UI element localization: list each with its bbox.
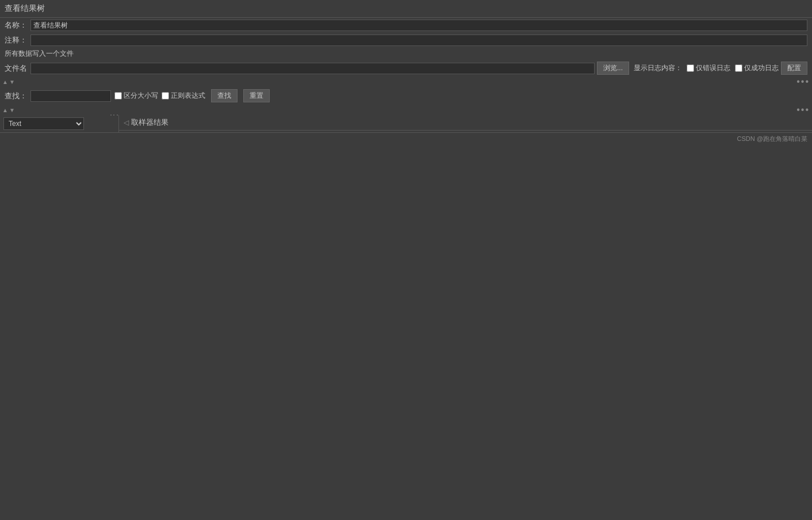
- comment-label: 注释：: [5, 35, 30, 45]
- comment-row: 注释：: [0, 33, 812, 48]
- success-log-checkbox-label[interactable]: 仅成功日志: [735, 63, 779, 73]
- type-select[interactable]: Text XML HTML JSON RegExp Tester: [3, 117, 84, 130]
- filename-label: 文件名: [5, 63, 30, 74]
- case-sensitive-label[interactable]: 区分大小写: [114, 91, 158, 101]
- regex-text: 正则表达式: [171, 91, 205, 101]
- divider-arrows-1[interactable]: ▲ ▼: [2, 79, 15, 85]
- search-label: 查找：: [5, 91, 27, 101]
- file-row: 文件名 浏览... 显示日志内容： 仅错误日志 仅成功日志 配置: [0, 60, 812, 77]
- reset-button[interactable]: 重置: [243, 89, 270, 102]
- divider-arrows-2[interactable]: ▲ ▼: [2, 107, 15, 113]
- right-pane-content: [119, 131, 812, 132]
- regex-checkbox[interactable]: [162, 92, 169, 100]
- sampler-icon: ◁: [124, 118, 129, 127]
- sampler-result-label: 取样器结果: [131, 117, 168, 128]
- dots-menu-1[interactable]: •••: [796, 77, 810, 87]
- right-pane: ◁ 取样器结果: [119, 115, 812, 132]
- search-input[interactable]: [30, 90, 111, 102]
- name-input[interactable]: [30, 20, 807, 31]
- regex-label[interactable]: 正则表达式: [162, 91, 205, 101]
- search-row: 查找： 区分大小写 正则表达式 查找 重置: [0, 87, 812, 105]
- dots-menu-2[interactable]: •••: [796, 105, 810, 115]
- display-log-label: 显示日志内容：: [634, 63, 682, 73]
- title-text: 查看结果树: [5, 3, 45, 13]
- title-bar: 查看结果树: [0, 0, 812, 18]
- config-button[interactable]: 配置: [781, 62, 807, 75]
- comment-input[interactable]: [30, 35, 807, 46]
- all-files-row: 所有数据写入一个文件: [0, 48, 812, 60]
- browse-button[interactable]: 浏览...: [597, 62, 629, 75]
- right-pane-header: ◁ 取样器结果: [119, 115, 812, 131]
- case-sensitive-checkbox[interactable]: [114, 92, 122, 100]
- error-log-checkbox-label[interactable]: 仅错误日志: [687, 63, 730, 73]
- success-log-label: 仅成功日志: [744, 63, 779, 73]
- error-log-checkbox[interactable]: [687, 64, 694, 72]
- bottom-bar-text: CSDN @跑在角落晴白菜: [737, 135, 807, 143]
- split-pane: Text XML HTML JSON RegExp Tester ⋮ ◁ 取样器…: [0, 115, 812, 132]
- left-pane-dots[interactable]: ⋮: [109, 110, 120, 121]
- name-row: 名称：: [0, 18, 812, 33]
- left-pane: Text XML HTML JSON RegExp Tester ⋮: [0, 115, 119, 132]
- name-label: 名称：: [5, 20, 30, 30]
- error-log-label: 仅错误日志: [696, 63, 730, 73]
- find-button[interactable]: 查找: [211, 89, 238, 102]
- bottom-bar: CSDN @跑在角落晴白菜: [0, 132, 812, 145]
- divider-row-1: ▲ ▼ •••: [0, 77, 812, 87]
- case-sensitive-text: 区分大小写: [124, 91, 158, 101]
- filename-input[interactable]: [30, 63, 595, 74]
- left-pane-header: Text XML HTML JSON RegExp Tester: [0, 115, 118, 132]
- divider-row-2: ▲ ▼ •••: [0, 105, 812, 115]
- success-log-checkbox[interactable]: [735, 64, 742, 72]
- all-files-label: 所有数据写入一个文件: [5, 49, 74, 59]
